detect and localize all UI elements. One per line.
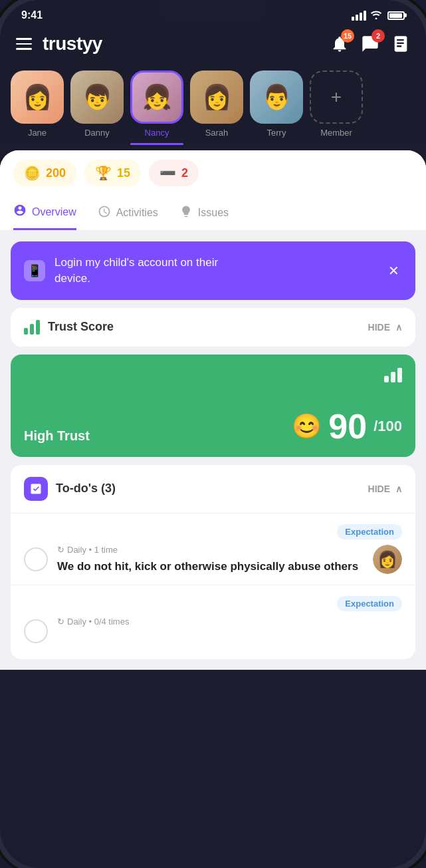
trust-label: High Trust	[24, 428, 90, 444]
phone-icon: 📱	[24, 260, 45, 281]
trust-score-value: 90	[328, 409, 367, 444]
expectation-badge: Expectation	[337, 524, 402, 539]
member-nancy[interactable]: 👧 Nancy	[130, 71, 183, 145]
login-banner-close[interactable]: ✕	[385, 260, 402, 281]
todo-checkbox[interactable]	[24, 547, 48, 571]
header-actions: 15 2	[330, 35, 410, 53]
todos-title: To-do's (3)	[56, 482, 116, 496]
smiley-icon: 😊	[292, 412, 322, 440]
time-display: 9:41	[21, 9, 43, 21]
menu-button[interactable]	[16, 38, 32, 50]
selected-indicator	[130, 143, 183, 145]
member-name-add: Member	[320, 128, 352, 138]
member-terry[interactable]: 👨 Terry	[250, 71, 303, 138]
login-banner-text: Login my child's account on their device…	[54, 255, 241, 287]
member-name-nancy: Nancy	[145, 128, 169, 138]
member-name-terry: Terry	[267, 128, 286, 138]
chevron-up-icon: ∧	[395, 322, 402, 333]
tab-issues[interactable]: Issues	[179, 204, 229, 230]
members-section: 👩 Jane 👦 Danny 👧 Nancy 👩 Sarah	[0, 65, 426, 145]
app-title: trustyy	[43, 33, 102, 55]
todo-body-text: We do not hit, kick or otherwise physica…	[57, 559, 364, 575]
notifications-button[interactable]: 15	[330, 35, 349, 53]
todo-frequency-2: ↻ Daily • 0/4 times	[57, 617, 402, 627]
avatar-jane: 👩	[11, 71, 64, 124]
tab-activities-label: Activities	[116, 207, 158, 219]
avatar-add: +	[310, 71, 363, 124]
overview-content: 📱 Login my child's account on their devi…	[0, 231, 426, 670]
phone-frame: 9:41 trustyy	[0, 0, 426, 868]
trust-score-hide[interactable]: HIDE ∧	[368, 322, 402, 333]
coins-value: 200	[46, 166, 66, 180]
avatar-terry: 👨	[250, 71, 303, 124]
overview-icon	[13, 204, 27, 220]
login-banner[interactable]: 📱 Login my child's account on their devi…	[11, 241, 415, 300]
trophies-value: 15	[117, 166, 130, 180]
hide-label: HIDE	[368, 322, 390, 333]
trust-card-chevron: ›	[397, 368, 402, 384]
todos-hide[interactable]: HIDE ∧	[368, 484, 402, 494]
tab-overview[interactable]: Overview	[13, 204, 76, 230]
status-icons	[352, 10, 405, 21]
member-danny[interactable]: 👦 Danny	[70, 71, 124, 138]
phone-notch	[160, 0, 266, 24]
issues-icon	[179, 205, 193, 221]
todos-header: To-do's (3) HIDE ∧	[11, 465, 415, 513]
todos-chevron-up: ∧	[395, 484, 402, 494]
member-name-jane: Jane	[28, 128, 47, 138]
messages-button[interactable]: 2	[361, 35, 379, 53]
tab-overview-label: Overview	[32, 206, 76, 218]
trophies-stat: 🏆 15	[84, 160, 141, 186]
todos-icon	[24, 477, 48, 501]
issues-value: 2	[181, 166, 188, 180]
tabs-row: Overview Activities Issues	[0, 196, 426, 231]
todo-item: Expectation ↻ Daily • 0/4 times	[11, 585, 415, 654]
todo-frequency: ↻ Daily • 1 time	[57, 545, 364, 555]
member-name-sarah: Sarah	[205, 128, 229, 138]
todo-checkbox[interactable]	[24, 619, 48, 643]
tab-issues-label: Issues	[198, 207, 229, 219]
stats-row: 🪙 200 🏆 15 ➖ 2	[0, 150, 426, 196]
signal-icon	[352, 11, 366, 21]
issues-stat: ➖ 2	[149, 160, 199, 186]
avatar-sarah: 👩	[190, 71, 243, 124]
trust-score-title: Trust Score	[48, 320, 114, 334]
tab-activities[interactable]: Activities	[98, 204, 158, 230]
todo-items-list: Expectation ↻ Daily • 1 time We do not h…	[11, 513, 415, 660]
avatar-danny: 👦	[70, 71, 124, 124]
wifi-icon	[370, 10, 382, 21]
expectation-badge: Expectation	[337, 596, 402, 611]
notifications-badge: 15	[341, 29, 354, 43]
todos-section: To-do's (3) HIDE ∧ Expectation	[11, 465, 415, 660]
app-header: trustyy 15 2	[0, 27, 426, 65]
add-member-button[interactable]: + Member	[310, 71, 363, 138]
trust-score-max: /100	[373, 418, 402, 435]
trust-score-card[interactable]: › High Trust 😊 90 /100	[11, 355, 415, 457]
avatar-nancy: 👧	[130, 71, 183, 124]
book-button[interactable]	[391, 35, 410, 53]
coins-stat: 🪙 200	[13, 160, 76, 186]
battery-icon	[387, 11, 405, 20]
todo-item: Expectation ↻ Daily • 1 time We do not h…	[11, 513, 415, 585]
member-sarah[interactable]: 👩 Sarah	[190, 71, 243, 138]
messages-badge: 2	[372, 29, 385, 43]
todos-hide-label: HIDE	[368, 484, 390, 494]
main-content: 🪙 200 🏆 15 ➖ 2 Overview	[0, 150, 426, 670]
activities-icon	[98, 205, 111, 221]
member-name-danny: Danny	[84, 128, 110, 138]
trust-score-icon	[24, 320, 40, 335]
member-jane[interactable]: 👩 Jane	[11, 71, 64, 138]
todo-avatar: 👩	[373, 545, 402, 574]
trust-score-header: Trust Score HIDE ∧	[11, 308, 415, 347]
